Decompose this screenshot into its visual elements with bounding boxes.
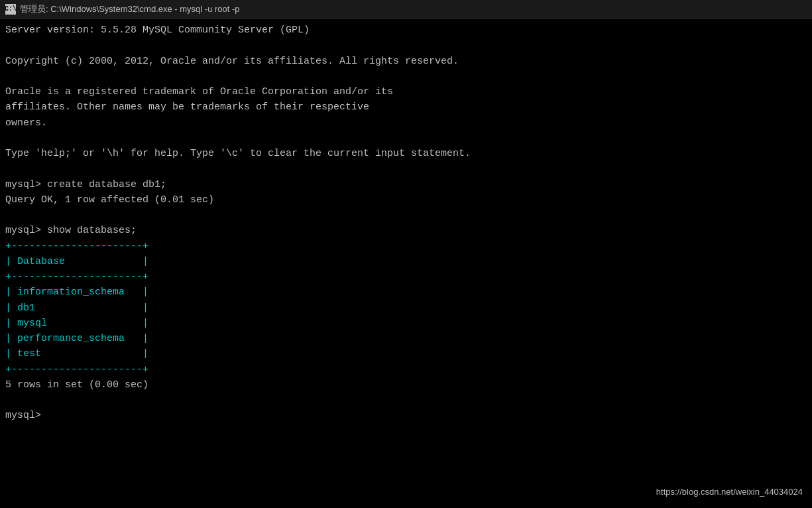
terminal-line-blank5	[5, 208, 807, 223]
terminal-line-blank1	[5, 38, 807, 53]
terminal-line-table-sep: +----------------------+	[5, 269, 807, 285]
terminal-line-help: Type 'help;' or '\h' for help. Type '\c'…	[5, 146, 807, 161]
title-bar-text: 管理员: C:\Windows\System32\cmd.exe - mysql…	[20, 3, 240, 15]
terminal-line-table-row1: | information_schema |	[5, 285, 807, 300]
terminal-body[interactable]: Server version: 5.5.28 MySQL Community S…	[0, 19, 812, 508]
terminal-line-blank6	[5, 393, 807, 408]
terminal-line-table-top: +----------------------+	[5, 239, 807, 254]
terminal-line-query-ok: Query OK, 1 row affected (0.01 sec)	[5, 192, 807, 208]
terminal-line-prompt: mysql>	[5, 408, 807, 423]
terminal-line-table-row3: | mysql |	[5, 316, 807, 331]
terminal-line-table-row2: | db1 |	[5, 300, 807, 316]
terminal-line-blank3	[5, 131, 807, 146]
terminal-line-oracle1: Oracle is a registered trademark of Orac…	[5, 84, 807, 99]
watermark: https://blog.csdn.net/weixin_44034024	[656, 485, 803, 499]
terminal-line-cmd-show: mysql> show databases;	[5, 223, 807, 238]
terminal-line-table-bottom: +----------------------+	[5, 362, 807, 377]
terminal-line-server-version: Server version: 5.5.28 MySQL Community S…	[5, 23, 807, 38]
terminal-line-table-row5: | test |	[5, 346, 807, 361]
terminal-line-table-row4: | performance_schema |	[5, 331, 807, 346]
terminal-line-blank2	[5, 69, 807, 84]
terminal-line-rows-in-set: 5 rows in set (0.00 sec)	[5, 377, 807, 393]
terminal-line-cmd-create: mysql> create database db1;	[5, 177, 807, 192]
terminal-line-oracle2: affiliates. Other names may be trademark…	[5, 99, 807, 115]
title-bar-icon: C:\	[5, 4, 16, 15]
terminal-line-blank4	[5, 161, 807, 176]
title-bar: C:\ 管理员: C:\Windows\System32\cmd.exe - m…	[0, 0, 812, 19]
terminal-line-table-header: | Database |	[5, 254, 807, 269]
terminal-line-copyright: Copyright (c) 2000, 2012, Oracle and/or …	[5, 54, 807, 69]
terminal-line-oracle3: owners.	[5, 115, 807, 131]
